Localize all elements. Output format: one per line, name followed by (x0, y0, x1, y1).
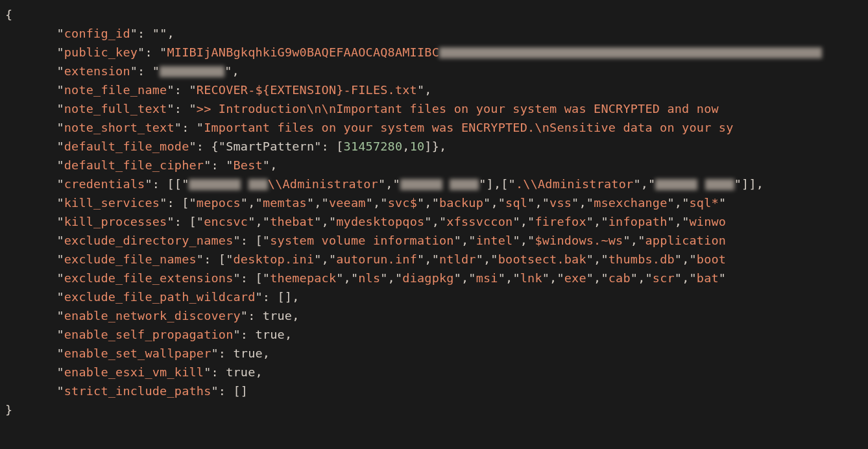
val-default-file-cipher: Best (234, 158, 263, 172)
val-smart-pattern-2: 10 (410, 140, 425, 153)
val-cred-admin2: .\\Administrator (516, 177, 633, 191)
key-enable-self-propagation: enable_self_propagation (64, 328, 234, 341)
key-extension: extension (64, 64, 130, 78)
val-public-key-prefix: MIIBIjANBgkqhkiG9w0BAQEFAAOCAQ8AMIIBC (167, 45, 439, 59)
key-note-short-text: note_short_text (64, 121, 175, 134)
redacted-cred-2b (705, 179, 734, 190)
redacted-cred-2a (655, 179, 697, 190)
redacted-cred-1d (450, 179, 479, 190)
redacted-cred-1c (400, 179, 442, 190)
key-enable-set-wallpaper: enable_set_wallpaper (64, 346, 211, 360)
json-config-code: { "config_id": "", "public_key": "MIIBIj… (0, 0, 868, 419)
key-kill-services: kill_services (64, 196, 160, 210)
val-empty-arr: [] (278, 290, 293, 304)
redacted-cred-1a (189, 179, 241, 190)
val-note-file-name: RECOVER-${EXTENSION}-FILES.txt (197, 83, 417, 97)
key-config-id: config_id (64, 27, 130, 40)
key-exclude-file-names: exclude_file_names (64, 252, 197, 266)
redacted-public-key (439, 47, 822, 58)
key-exclude-directory-names: exclude_directory_names (64, 234, 234, 247)
key-enable-network-discovery: enable_network_discovery (64, 309, 241, 322)
key-kill-processes: kill_processes (64, 215, 167, 228)
key-default-file-mode: default_file_mode (64, 140, 189, 153)
key-default-file-cipher: default_file_cipher (64, 158, 204, 172)
val-note-full-text: >> Introduction\n\nImportant files on yo… (197, 102, 726, 115)
key-smart-pattern: SmartPattern (226, 140, 314, 153)
val-note-short-text: Important files on your system was ENCRY… (204, 121, 733, 134)
key-note-file-name: note_file_name (64, 83, 167, 97)
val-true: true (263, 309, 292, 322)
key-strict-include-paths: strict_include_paths (64, 384, 211, 398)
key-credentials: credentials (64, 177, 145, 191)
key-enable-esxi-vm-kill: enable_esxi_vm_kill (64, 365, 204, 379)
redacted-extension (160, 66, 224, 77)
val-cred-admin1: \\Administrator (268, 177, 378, 191)
key-exclude-file-extensions: exclude_file_extensions (64, 271, 234, 285)
brace-close: } (5, 403, 12, 417)
val-smart-pattern-1: 31457280 (344, 140, 403, 153)
redacted-cred-1b (248, 179, 268, 190)
key-public-key: public_key (64, 45, 138, 59)
key-note-full-text: note_full_text (64, 102, 167, 115)
key-exclude-file-path-wildcard: exclude_file_path_wildcard (64, 290, 256, 304)
brace-open: { (5, 8, 12, 21)
